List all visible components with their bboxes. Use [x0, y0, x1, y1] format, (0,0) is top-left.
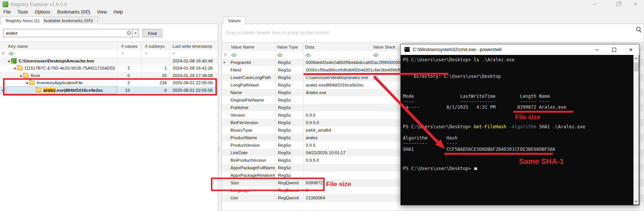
menu-item-help[interactable]: Help — [114, 9, 123, 15]
value-data-cell: 0.9.5 — [303, 141, 316, 149]
value-name-cell: LinkDate — [227, 149, 275, 156]
scroll-down-icon[interactable] — [633, 199, 639, 205]
scrollbar-thumb[interactable] — [634, 62, 638, 71]
row-indicator-cell — [222, 81, 227, 89]
text-filter-icon[interactable]: aBc — [373, 53, 379, 57]
tree-key-name-cell[interactable]: ◢C:\Users\user\Desktop\Amcache.hve — [6, 57, 117, 65]
tree-last-write-timestamp: 2024-01-08 16:41:26 — [169, 65, 217, 72]
minimize-icon — [595, 50, 599, 50]
text-filter-icon[interactable]: aBc — [8, 52, 15, 55]
text-filter-icon[interactable]: aBc — [231, 53, 237, 57]
cmd-close-button[interactable]: ✕ — [623, 44, 639, 55]
search-magnifier-icon[interactable] — [636, 26, 642, 32]
tree-row[interactable]: ◢{11517B7C-E79D-4e20-961B-75A811715ADD}2… — [0, 65, 218, 73]
tree-row[interactable]: ◢C:\Users\user\Desktop\Amcache.hve2024-0… — [0, 57, 218, 65]
tab-available-bookmarks[interactable]: Available bookmarks (0/0) — [38, 17, 98, 24]
values-col-value-type[interactable]: Value Type — [277, 43, 303, 52]
app-minimize-button[interactable] — [586, 0, 603, 8]
search-dropdown-button[interactable]: ▾ — [133, 29, 139, 37]
values-col-value-name[interactable]: Value Name — [231, 43, 276, 52]
tree-row[interactable]: ◢InventoryApplicationFile22342025-08-01 … — [0, 79, 218, 87]
menu-item-options[interactable]: Options — [35, 9, 50, 15]
tree-key-name-cell[interactable]: aralez.exe|884bf1016ce9e2ec — [6, 87, 117, 94]
value-type-cell: RegSz — [275, 134, 303, 141]
filter-pin-icon[interactable] — [2, 52, 4, 55]
terminal-line: Algorithm Hash — [403, 135, 458, 141]
tree-subkeys-count: 0 — [141, 87, 169, 94]
registry-explorer-app-icon — [3, 2, 8, 7]
equals-filter-icon[interactable]: = — [145, 51, 147, 56]
menu-item-tools[interactable]: Tools — [17, 9, 28, 15]
expand-collapse-icon[interactable]: ◢ — [14, 67, 15, 70]
text-filter-icon[interactable]: aBc — [305, 53, 311, 57]
menu-item-file[interactable]: File — [3, 9, 11, 15]
tree-col-subkeys[interactable]: # subkeys — [145, 42, 168, 50]
value-data-cell — [303, 104, 306, 111]
values-col-divider — [275, 42, 275, 202]
tree-filter-row[interactable]: aBc = = = — [0, 50, 218, 58]
expand-collapse-icon[interactable]: ◢ — [8, 59, 9, 62]
cmd-minimize-button[interactable] — [589, 44, 605, 55]
app-close-button[interactable]: ✕ — [627, 0, 644, 8]
tree-key-name-cell[interactable]: ◢InventoryApplicationFile — [6, 79, 117, 87]
find-button[interactable]: Find — [142, 29, 162, 37]
value-type-cell: RegSz — [275, 172, 303, 179]
value-name-cell: AppxPackageRelativeId — [227, 172, 275, 179]
cmd-titlebar[interactable]: C:\ C:\Windows\system32\cmd.exe - powers… — [401, 44, 639, 55]
terminal-line: ---- ------------- ------ ---- — [403, 99, 550, 105]
tree-subkeys-count: 1 — [141, 65, 169, 72]
row-indicator-cell — [222, 164, 227, 172]
value-name-cell: Size — [227, 179, 275, 187]
value-data-cell: aralez — [303, 134, 317, 141]
value-type-cell: RegSz — [275, 164, 303, 172]
value-data-cell: 0.9.5.0 — [303, 156, 319, 164]
row-indicator-cell — [0, 79, 6, 87]
tree-row[interactable]: ▶aralez.exe|884bf1016ce9e2ec1902025-08-0… — [0, 87, 218, 94]
value-name-cell: LowerCaseLongPath — [227, 74, 275, 81]
tree-col-last-write[interactable]: Last write timestamp — [172, 42, 217, 50]
tree-key-name-cell[interactable]: ◢{11517B7C-E79D-4e20-961B-75A811715ADD} — [6, 65, 117, 72]
value-type-cell: RegSz — [275, 66, 303, 74]
search-input[interactable] — [3, 29, 133, 37]
value-name-cell: ProgramId — [227, 59, 275, 66]
value-name-cell: FileId — [227, 66, 275, 74]
tree-key-name-cell[interactable]: ◢Root — [6, 72, 117, 79]
expand-collapse-icon[interactable]: ◢ — [20, 74, 21, 77]
text-filter-icon[interactable]: aBc — [277, 53, 283, 57]
value-data-cell — [303, 164, 306, 172]
expand-collapse-icon[interactable]: ◢ — [26, 81, 27, 84]
filter-pin-icon[interactable] — [224, 53, 226, 57]
group-by-hint: Drag a column header here to group by th… — [226, 30, 330, 35]
tree-col-key-name[interactable]: Key name — [8, 42, 114, 50]
tree-values-count: 2 — [117, 79, 141, 87]
row-indicator-icon: ▶ — [224, 61, 226, 64]
panel-splitter[interactable] — [218, 147, 220, 152]
tree-subkeys-count: 234 — [141, 79, 169, 87]
cmd-scrollbar[interactable] — [633, 55, 639, 205]
values-col-data[interactable]: Data — [305, 43, 369, 52]
terminal-cursor — [474, 167, 477, 170]
terminal-line: Directory: C:\Users\user\Desktop — [403, 74, 501, 79]
cmd-maximize-button[interactable] — [606, 44, 622, 55]
terminal-line: Mode LastWriteTime Length Name — [403, 94, 550, 99]
app-restore-button[interactable] — [610, 0, 627, 8]
equals-filter-icon[interactable]: = — [121, 51, 124, 56]
terminal-line: SHA1 CCF5BAD56CE5D6DB6F2B4D301CFDE3BE689… — [403, 147, 555, 152]
value-data-cell: aralez.exe|884bf1016ce9e2ec — [303, 81, 364, 89]
row-indicator-cell — [222, 126, 227, 134]
search-hit-highlight: aralez — [43, 88, 56, 93]
menu-item-bookmarks[interactable]: Bookmarks (0/0) — [57, 9, 90, 15]
tab-values[interactable]: Values — [223, 17, 246, 25]
scroll-up-icon[interactable] — [633, 55, 639, 61]
menu-item-view[interactable]: View — [97, 9, 107, 15]
clear-search-icon[interactable]: ✕ — [127, 30, 131, 35]
tree-col-values[interactable]: # values — [121, 42, 140, 50]
value-name-cell: Usn — [227, 194, 275, 202]
value-type-cell: RegSz — [275, 74, 303, 81]
tree-values-count: 19 — [117, 87, 141, 94]
tab-registry-hives[interactable]: Registry hives (1) — [1, 17, 44, 25]
value-data-cell: 8399872 — [303, 179, 323, 187]
tree-row[interactable]: ◢Root0252024-01-29 17:38:08 — [0, 72, 218, 80]
value-data-cell: 21360064 — [303, 194, 325, 202]
equals-filter-icon[interactable]: = — [172, 51, 175, 56]
